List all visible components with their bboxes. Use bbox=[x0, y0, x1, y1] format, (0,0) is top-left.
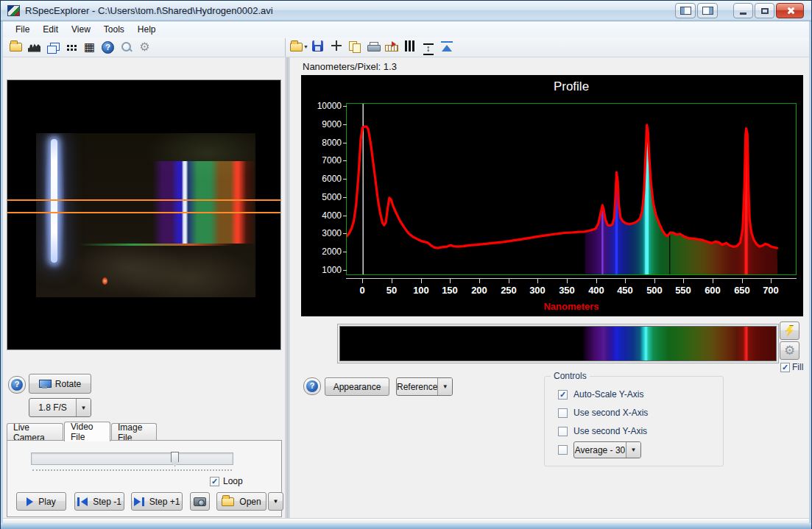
chevron-down-icon: ▼ bbox=[303, 44, 308, 49]
autoscale-peak-icon[interactable] bbox=[437, 38, 456, 55]
help-button[interactable]: ? bbox=[8, 376, 26, 394]
loop-checkbox[interactable]: ✓ bbox=[210, 477, 219, 486]
open-profile-icon bbox=[290, 43, 303, 52]
chart-help-button[interactable]: ? bbox=[303, 377, 321, 395]
y-tick-9000: 9000 bbox=[306, 119, 342, 129]
loop-label: Loop bbox=[223, 476, 243, 486]
scan-line-upper[interactable] bbox=[7, 199, 280, 201]
histogram-icon[interactable] bbox=[25, 38, 43, 56]
auto-scale-y-axis-checkbox[interactable]: ✓ bbox=[558, 390, 568, 400]
step-forward-button[interactable]: Step +1 bbox=[131, 492, 183, 511]
lightning-icon bbox=[785, 325, 794, 337]
minimize-button[interactable] bbox=[733, 3, 753, 18]
x-tick-0: 0 bbox=[347, 285, 377, 296]
x-tick-mark bbox=[509, 279, 509, 283]
cascade-windows-icon[interactable] bbox=[43, 38, 62, 56]
x-tick-650: 650 bbox=[727, 285, 757, 296]
option-label: Use second Y-Axis bbox=[573, 426, 647, 436]
y-tick-mark bbox=[343, 233, 347, 234]
histogram-icon bbox=[28, 43, 40, 52]
video-display[interactable] bbox=[7, 79, 281, 350]
app-window: RSpecExplorer - C:\Users\tom.f\Shared\Hy… bbox=[1, 1, 811, 528]
calibrate-ruler-icon[interactable] bbox=[382, 39, 400, 57]
x-axis-title: Nanometers bbox=[346, 301, 797, 312]
dock-left-button[interactable] bbox=[675, 3, 696, 18]
y-tick-mark bbox=[343, 197, 347, 198]
cascade-windows-icon bbox=[47, 43, 59, 52]
x-tick-450: 450 bbox=[610, 285, 640, 296]
vertical-scale-icon[interactable]: ↕ bbox=[419, 40, 437, 58]
option-use-second-x-axis: ✓Use second X-Axis bbox=[558, 408, 648, 418]
panel-splitter[interactable] bbox=[285, 57, 290, 518]
use-second-y-axis-checkbox[interactable]: ✓ bbox=[558, 427, 568, 436]
video-panel: ? Rotate 1.8 F/S ▼ Live CameraVideo File… bbox=[3, 57, 285, 518]
framerate-select[interactable]: 1.8 F/S ▼ bbox=[29, 398, 91, 417]
discharge-tube bbox=[51, 139, 57, 263]
plot-area[interactable] bbox=[346, 103, 797, 275]
dock-right-button[interactable] bbox=[697, 3, 718, 18]
average-select[interactable]: Average - 30 ▼ bbox=[573, 441, 641, 458]
profile-chart[interactable]: Profile 10002000300040005000600070008000… bbox=[301, 75, 803, 316]
tab-live-camera[interactable]: Live Camera bbox=[7, 423, 63, 441]
pixel-dots-icon[interactable] bbox=[62, 38, 80, 56]
check-icon: ✓ bbox=[559, 391, 566, 399]
zoom-icon[interactable] bbox=[117, 38, 135, 56]
columns-icon[interactable] bbox=[400, 37, 419, 54]
menu-item-help[interactable]: Help bbox=[131, 22, 163, 37]
x-tick-mark bbox=[742, 279, 743, 283]
fill-checkbox[interactable]: ✓ bbox=[780, 363, 790, 372]
controls-group: Controls ✓Auto-Scale Y-Axis✓Use second X… bbox=[544, 376, 724, 466]
crosshair-icon[interactable] bbox=[327, 37, 345, 54]
appearance-button[interactable]: Appearance bbox=[325, 377, 389, 396]
snapshot-button[interactable] bbox=[190, 492, 210, 511]
reference-button[interactable]: Reference ▼ bbox=[396, 377, 453, 396]
help-icon: ? bbox=[102, 41, 114, 54]
vertical-scale-icon: ↕ bbox=[423, 43, 434, 55]
menu-item-edit[interactable]: Edit bbox=[36, 22, 65, 37]
help-icon[interactable]: ? bbox=[99, 38, 117, 56]
frame-slider[interactable] bbox=[31, 452, 233, 465]
average-checkbox[interactable]: ✓ bbox=[558, 445, 568, 455]
x-tick-150: 150 bbox=[435, 285, 465, 296]
titlebar[interactable]: RSpecExplorer - C:\Users\tom.f\Shared\Hy… bbox=[1, 1, 811, 21]
toolbar-separator bbox=[285, 38, 286, 57]
close-button[interactable] bbox=[776, 3, 804, 18]
menu-item-file[interactable]: File bbox=[9, 22, 36, 37]
profile-panel: Nanometers/Pixel: 1.3 Profile 1000200030… bbox=[290, 57, 809, 518]
grid-icon[interactable]: ▦ bbox=[80, 38, 99, 56]
x-tick-mark bbox=[537, 279, 538, 283]
save-icon bbox=[312, 40, 323, 52]
save-icon[interactable] bbox=[308, 37, 327, 54]
menu-item-view[interactable]: View bbox=[65, 22, 97, 37]
settings-gear-icon: ⚙ bbox=[139, 41, 149, 53]
scan-line-lower[interactable] bbox=[7, 212, 280, 213]
open-file-icon[interactable] bbox=[7, 38, 25, 56]
live-update-button[interactable] bbox=[780, 322, 799, 340]
y-tick-1000: 1000 bbox=[306, 265, 342, 275]
maximize-button[interactable] bbox=[755, 3, 774, 18]
rotate-button[interactable]: Rotate bbox=[29, 374, 91, 394]
open-profile-icon[interactable]: ▼ bbox=[290, 38, 308, 56]
x-tick-mark bbox=[362, 279, 363, 283]
settings-gear-icon[interactable]: ⚙ bbox=[135, 38, 154, 56]
open-video-button[interactable]: Open bbox=[216, 492, 266, 511]
chevron-down-icon: ▼ bbox=[437, 378, 452, 395]
menu-item-tools[interactable]: Tools bbox=[97, 22, 131, 37]
x-tick-50: 50 bbox=[377, 285, 406, 296]
frame-slider-thumb[interactable] bbox=[171, 452, 179, 466]
indicator-light bbox=[102, 277, 107, 285]
strip-settings-button[interactable]: ⚙ bbox=[780, 341, 799, 360]
use-second-x-axis-checkbox[interactable]: ✓ bbox=[558, 408, 568, 418]
tab-video-file[interactable]: Video File bbox=[64, 422, 110, 441]
x-tick-250: 250 bbox=[494, 285, 523, 296]
open-options-button[interactable]: ▼ bbox=[268, 492, 283, 511]
dock-left-icon bbox=[680, 7, 691, 15]
camera-frame bbox=[36, 133, 255, 297]
copy-icon[interactable] bbox=[345, 38, 364, 55]
print-icon[interactable] bbox=[364, 38, 382, 55]
play-button[interactable]: Play bbox=[16, 492, 66, 511]
x-tick-700: 700 bbox=[756, 285, 785, 296]
tab-image-file[interactable]: Image File bbox=[111, 423, 157, 441]
x-tick-mark bbox=[450, 279, 451, 283]
step-back-button[interactable]: Step -1 bbox=[74, 492, 124, 511]
